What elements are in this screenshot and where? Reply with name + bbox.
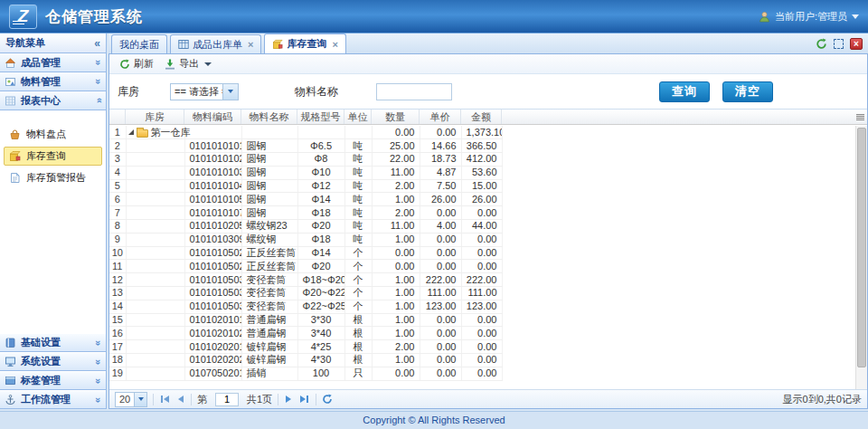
sidebar-item-alert-report[interactable]: 库存预警报告: [4, 168, 102, 187]
cell-name: 螺纹钢23: [241, 220, 297, 234]
material-name-input[interactable]: [376, 83, 452, 100]
sidebar-item-report-center[interactable]: 报表中心 »: [0, 91, 106, 110]
cell-amount: 0.00: [461, 246, 502, 260]
cell-qty: 2.00: [372, 340, 420, 354]
tab-close-icon[interactable]: ×: [332, 39, 337, 50]
cell-unit: 只: [344, 367, 372, 380]
tab-bar: 我的桌面 成品出库单 × 库存查询: [108, 33, 868, 54]
sidebar-item-workflow-manage[interactable]: 工作流管理 »: [0, 390, 106, 409]
cell-price: 111.00: [420, 287, 461, 300]
table-row[interactable]: 20101010101圆钢Φ6.5吨25.0014.66366.50: [109, 139, 502, 153]
chevron-down-icon: [204, 62, 212, 66]
next-page-button[interactable]: [284, 396, 293, 403]
table-row[interactable]: 190107050201插销100只0.000.000.00: [109, 367, 502, 380]
sidebar-title: 导航菜单 «: [0, 33, 106, 53]
cell-qty: 25.00: [372, 139, 420, 153]
export-button[interactable]: 导出: [161, 56, 215, 72]
restore-icon[interactable]: [834, 39, 844, 49]
workflow-manage-icon: [5, 394, 16, 405]
table-row[interactable]: 11010101050204正反丝套筒Φ20个0.000.000.00: [109, 260, 502, 273]
column-header-name[interactable]: 物料名称: [241, 110, 297, 124]
query-button[interactable]: 查询: [659, 81, 710, 102]
clear-button[interactable]: 清空: [722, 81, 773, 102]
close-icon[interactable]: ×: [850, 38, 863, 50]
table-row[interactable]: 150101020101普通扁钢3*30根1.000.000.00: [109, 313, 502, 327]
last-page-button[interactable]: [298, 396, 310, 403]
table-row[interactable]: 90101010309螺纹钢Φ18吨1.000.000.00: [109, 233, 502, 246]
refresh-button[interactable]: 刷新: [116, 56, 157, 72]
user-menu[interactable]: 当前用户:管理员: [759, 10, 859, 24]
tab-my-desktop[interactable]: 我的桌面: [111, 34, 167, 53]
app-title: 仓储管理系统: [45, 6, 143, 27]
table-row[interactable]: 170101020201镀锌扁钢4*25根2.000.000.00: [109, 340, 502, 354]
sidebar-item-material-manage[interactable]: 物料管理 »: [0, 72, 106, 91]
sidebar-collapse-icon[interactable]: «: [94, 37, 100, 50]
table-row[interactable]: 60101010105圆钢Φ14吨1.0026.0026.00: [109, 193, 502, 206]
cell-spec: Φ22~Φ25: [297, 300, 344, 313]
cell-code: 0101010105: [184, 193, 241, 206]
sidebar-item-product-manage[interactable]: 成品管理 »: [0, 53, 106, 72]
inventory-query-panel: 刷新 导出 库房 =: [108, 54, 868, 409]
cell-rownum: 3: [109, 153, 126, 167]
table-row[interactable]: 30101010102圆钢Φ8吨22.0018.73412.00: [109, 153, 502, 167]
sidebar-item-stocktake[interactable]: 物料盘点: [4, 125, 102, 144]
table-row[interactable]: 13010101050302变径套筒Φ20~Φ22个1.00111.00111.…: [109, 287, 502, 300]
column-header-code[interactable]: 物料编码: [184, 110, 241, 124]
table-row[interactable]: 70101010107圆钢Φ18吨2.000.000.00: [109, 206, 502, 220]
vertical-scrollbar[interactable]: [855, 126, 867, 389]
table-row[interactable]: 160101020102普通扁钢3*40根1.000.000.00: [109, 327, 502, 340]
cell-rownum: 17: [109, 340, 126, 354]
cell-spec: Φ6.5: [297, 139, 344, 153]
scrollbar-thumb[interactable]: [857, 128, 866, 367]
sidebar-item-base-settings[interactable]: 基础设置 »: [0, 333, 106, 352]
app-header: Z 仓储管理系统 当前用户:管理员: [0, 0, 868, 33]
page-footer: Copyright © All Rights Reserved: [0, 411, 868, 429]
tab-inventory-query[interactable]: 库存查询 ×: [264, 33, 345, 53]
table-row[interactable]: 12010101050301变径套筒Φ18~Φ20个1.00222.00222.…: [109, 273, 502, 287]
table-row[interactable]: 80101010205螺纹钢23Φ20吨11.004.0044.00: [109, 220, 502, 234]
cell-rownum: 4: [109, 166, 126, 179]
cell-name: 镀锌扁钢: [241, 354, 297, 367]
cell-amount: 1,373.10: [461, 126, 502, 139]
cell-price: 18.73: [420, 153, 461, 167]
cell-unit: 吨: [344, 153, 372, 167]
sidebar-item-label: 工作流管理: [21, 393, 71, 406]
column-header-price[interactable]: 单价: [420, 110, 461, 124]
table-row[interactable]: 50101010104圆钢Φ12吨2.007.5015.00: [109, 179, 502, 193]
tree-expand-icon[interactable]: [128, 129, 134, 135]
column-header-spec[interactable]: 规格型号: [297, 110, 344, 124]
sidebar-item-inventory-query[interactable]: 库存查询: [4, 147, 102, 166]
prev-page-button[interactable]: [176, 396, 185, 403]
column-header-unit[interactable]: 单位: [344, 110, 372, 124]
table-row[interactable]: 180101020202镀锌扁钢4*30根1.000.000.00: [109, 354, 502, 367]
column-header-warehouse[interactable]: 库房: [126, 110, 184, 124]
refresh-icon: [119, 59, 130, 70]
column-menu-icon[interactable]: [856, 114, 864, 120]
refresh-tabs-icon[interactable]: [816, 38, 827, 50]
group-row[interactable]: 1第一仓库0.000.001,373.10: [109, 126, 502, 139]
cell-amount: 26.00: [461, 193, 502, 206]
cell-amount: 0.00: [461, 327, 502, 340]
tab-close-icon[interactable]: ×: [248, 39, 253, 50]
page-size-select[interactable]: 20: [115, 392, 147, 407]
column-header-rownum: [109, 110, 126, 124]
cell-spec: Φ20: [297, 220, 344, 234]
cell-unit: 吨: [344, 233, 372, 246]
column-header-amount[interactable]: 金额: [461, 110, 502, 124]
page-number-input[interactable]: [215, 393, 239, 406]
chevron-expand-icon: »: [93, 377, 104, 383]
first-page-button[interactable]: [159, 396, 171, 403]
tab-product-outbound[interactable]: 成品出库单 ×: [170, 34, 261, 53]
pager-refresh-icon[interactable]: [322, 394, 333, 405]
table-row[interactable]: 10010101050201正反丝套筒Φ14个0.000.000.00: [109, 246, 502, 260]
warehouse-select[interactable]: == 请选择 ==: [170, 83, 239, 100]
sidebar-item-system-settings[interactable]: 系统设置 »: [0, 352, 106, 371]
select-trigger[interactable]: [222, 84, 238, 100]
column-header-qty[interactable]: 数量: [372, 110, 420, 124]
select-trigger[interactable]: [134, 393, 146, 406]
table-row[interactable]: 40101010103圆钢Φ10吨11.004.8753.60: [109, 166, 502, 179]
sidebar-item-label-manage[interactable]: 标签管理 »: [0, 371, 106, 390]
table-row[interactable]: 14010101050303变径套筒Φ22~Φ25个1.00123.00123.…: [109, 300, 502, 313]
cell-warehouse: [126, 260, 184, 273]
cell-price: 0.00: [420, 233, 461, 246]
